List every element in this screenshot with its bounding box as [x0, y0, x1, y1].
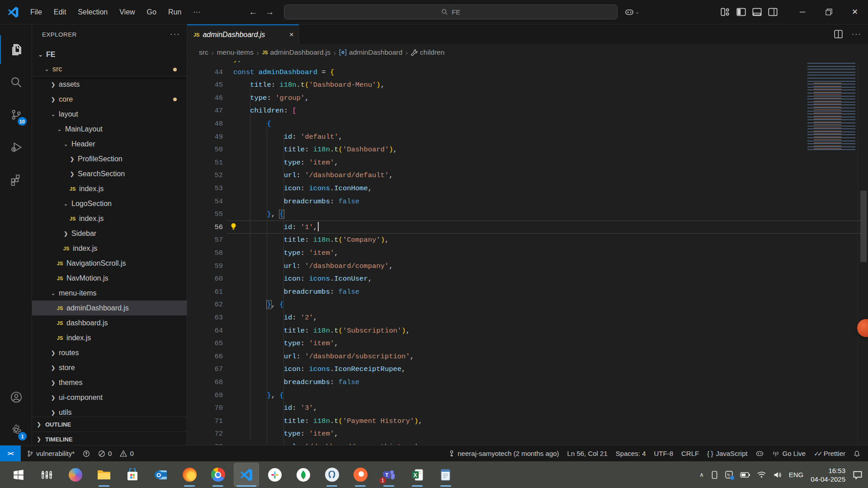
menu-selection[interactable]: Selection [73, 6, 113, 19]
menu-run[interactable]: Run [163, 6, 186, 19]
code-line-70[interactable]: 70 id: '3', [187, 402, 868, 415]
split-editor-icon[interactable] [834, 30, 843, 38]
taskbar-teams[interactable]: T1 [377, 463, 401, 487]
taskbar-outlook[interactable]: O [149, 463, 173, 487]
taskbar-taskview[interactable] [35, 463, 59, 487]
code-line-59[interactable]: 59 url: '/dashboard/company', [187, 259, 868, 272]
minimize-button[interactable]: ─ [789, 0, 816, 24]
taskbar-vscode[interactable] [234, 463, 259, 487]
breadcrumb-children[interactable]: children [411, 48, 444, 56]
statusbar-javascript[interactable]: { }JavaScript [703, 450, 751, 457]
tree-item-header[interactable]: ⌄Header [32, 136, 187, 151]
toggle-panel-icon[interactable] [752, 7, 762, 17]
tray-sync-icon[interactable]: ↻ [725, 471, 733, 479]
restore-button[interactable] [816, 0, 842, 24]
statusbar-bell[interactable] [849, 450, 864, 457]
code-line-63[interactable]: 63 id: '2', [187, 311, 868, 324]
toggle-secondary-sidebar-icon[interactable] [768, 7, 778, 17]
tree-item-index-js[interactable]: JSindex.js [32, 241, 187, 256]
command-center-search[interactable]: FE [284, 5, 618, 19]
code-line-68[interactable]: 68 breadcrumbs: false [187, 375, 868, 389]
activitybar-settings[interactable]: 1 [0, 415, 32, 444]
statusbar-utf-8[interactable]: UTF-8 [650, 450, 678, 457]
close-button[interactable]: ✕ [842, 0, 868, 24]
taskbar-mongodb[interactable] [291, 463, 316, 487]
taskbar-chrome[interactable] [206, 463, 230, 487]
code-line-47[interactable]: 47 children: [ [187, 104, 868, 117]
notification-icon[interactable] [853, 470, 863, 479]
tray-phone-icon[interactable] [711, 471, 718, 479]
code-line-48[interactable]: 48 { [187, 117, 868, 130]
menu-[interactable]: ··· [188, 6, 205, 19]
tree-item-menu-items[interactable]: ⌄menu-items [32, 286, 187, 300]
statusbar-ln-56-col-21[interactable]: Ln 56, Col 21 [563, 450, 612, 457]
tree-item-themes[interactable]: ❯themes [32, 375, 187, 390]
code-line-64[interactable]: 64 title: i18n.t('Subscription'), [187, 324, 868, 337]
code-line-50[interactable]: 50 title: i18n.t('Dashboard'), [187, 143, 868, 156]
statusbar-go-live[interactable]: Go Live [768, 450, 810, 457]
statusbar-publish[interactable] [79, 450, 94, 457]
breadcrumb-admindashboard-js[interactable]: JSadminDashboard.js [262, 48, 330, 56]
timeline-section[interactable]: ❯TIMELINE [32, 432, 187, 445]
code-line-60[interactable]: 60 icon: icons.IconUser, [187, 272, 868, 286]
activitybar-run-debug[interactable] [0, 133, 32, 162]
code-line-44[interactable]: 44const adminDashboard = { [187, 66, 868, 79]
code-line-51[interactable]: 51 type: 'item', [187, 156, 868, 169]
copilot-menu[interactable]: ⌄ [625, 8, 639, 16]
statusbar-0[interactable]: 0 [94, 450, 116, 457]
editor-more-actions-icon[interactable]: ··· [852, 30, 862, 38]
breadcrumb-src[interactable]: src [199, 48, 208, 56]
activitybar-source-control[interactable]: 10 [0, 100, 32, 129]
code-line-72[interactable]: 72 type: 'item', [187, 427, 868, 441]
breadcrumb-menu-items[interactable]: menu-items [217, 48, 254, 56]
code-line-66[interactable]: 66 url: '/dashboard/subscription', [187, 350, 868, 363]
statusbar-copilot[interactable] [751, 450, 768, 457]
statusbar-crlf[interactable]: CRLF [677, 450, 703, 457]
outline-section[interactable]: ❯OUTLINE [32, 417, 187, 432]
taskbar-copilot[interactable] [63, 463, 88, 487]
tree-item-fe[interactable]: ⌄FE [32, 47, 187, 62]
tree-item-navigationscroll-js[interactable]: JSNavigationScroll.js [32, 256, 187, 271]
tab-admindashboard[interactable]: JS adminDashboard.js × [187, 24, 299, 44]
taskbar-excel[interactable]: X [405, 463, 429, 487]
tree-item-core[interactable]: ❯core [32, 92, 187, 107]
tab-close-icon[interactable]: × [289, 30, 294, 39]
taskbar-firefox[interactable] [177, 463, 202, 487]
statusbar-prettier[interactable]: ✓✓Prettier [810, 450, 849, 457]
tree-item-mainlayout[interactable]: ⌄MainLayout [32, 122, 187, 136]
code-line-55[interactable]: 55 }, { [187, 208, 868, 221]
tree-item-profilesection[interactable]: ❯ProfileSection [32, 151, 187, 166]
statusbar-0[interactable]: 0 [116, 450, 137, 457]
activitybar-extensions[interactable] [0, 165, 32, 194]
taskbar-slack[interactable] [263, 463, 287, 487]
code-line-43[interactable]: 43}; [187, 61, 868, 66]
statusbar-neeraj-samyotech-2-months-ago[interactable]: neeraj-samyotech (2 months ago) [444, 450, 563, 457]
remote-indicator[interactable]: >< [0, 446, 21, 461]
tree-item-index-js[interactable]: JSindex.js [32, 181, 187, 196]
menu-file[interactable]: File [25, 6, 47, 19]
code-line-73[interactable]: 73 url: '/dashboard/paymenthistory' [187, 440, 868, 445]
tray-wifi-icon[interactable] [757, 471, 766, 478]
code-line-71[interactable]: 71 title: i18n.t('Payment History'), [187, 414, 868, 427]
tree-item-index-js[interactable]: JSindex.js [32, 211, 187, 226]
tray-clock[interactable]: 16:53 04-04-2025 [811, 466, 845, 483]
code-line-46[interactable]: 46 type: 'group', [187, 91, 868, 104]
code-line-49[interactable]: 49 id: 'default', [187, 130, 868, 143]
code-line-61[interactable]: 61 breadcrumbs: false [187, 285, 868, 298]
code-line-69[interactable]: 69 }, { [187, 389, 868, 402]
code-line-53[interactable]: 53 icon: icons.IconHome, [187, 182, 868, 195]
code-line-56[interactable]: 56 id: '1', [187, 221, 868, 234]
tree-item-logosection[interactable]: ⌄LogoSection [32, 196, 187, 211]
menu-edit[interactable]: Edit [49, 6, 71, 19]
tree-item-routes[interactable]: ❯routes [32, 345, 187, 360]
taskbar-postman[interactable] [348, 463, 373, 487]
tree-item-searchsection[interactable]: ❯SearchSection [32, 166, 187, 181]
breadcrumb-admindashboard[interactable]: adminDashboard [339, 48, 402, 56]
taskbar-start[interactable] [6, 463, 31, 487]
code-line-65[interactable]: 65 type: 'item', [187, 337, 868, 350]
statusbar-vulnerability[interactable]: vulnerability* [23, 450, 79, 457]
tree-item-sidebar[interactable]: ❯Sidebar [32, 226, 187, 241]
taskbar-explorer[interactable] [92, 463, 116, 487]
tray-language[interactable]: ENG [789, 471, 804, 479]
nav-forward-icon[interactable]: → [265, 7, 274, 17]
